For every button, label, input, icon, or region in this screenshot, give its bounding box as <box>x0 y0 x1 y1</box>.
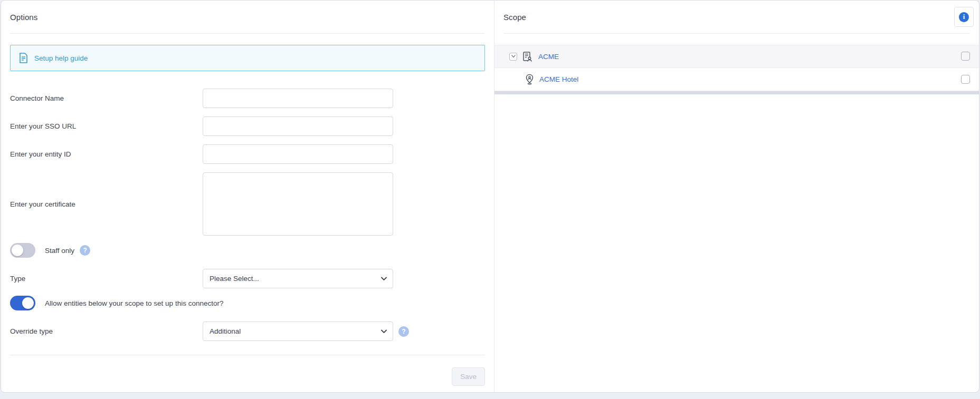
sso-url-row: Enter your SSO URL <box>10 116 485 136</box>
certificate-textarea[interactable] <box>203 172 393 236</box>
override-type-select[interactable]: Additional <box>203 322 393 341</box>
staff-only-toggle[interactable] <box>10 243 35 258</box>
tree-link-acme-hotel[interactable]: ACME Hotel <box>539 75 578 83</box>
location-pin-icon <box>525 74 534 85</box>
options-header: Options <box>1 1 494 33</box>
save-button[interactable]: Save <box>452 367 485 386</box>
tree-row-acme: ACME <box>494 45 979 68</box>
tree-row-acme-hotel: ACME Hotel <box>494 68 979 91</box>
options-form: Setup help guide Connector Name Enter yo… <box>1 45 494 386</box>
toggle-knob <box>12 245 23 256</box>
tree-link-acme[interactable]: ACME <box>538 53 559 61</box>
tree-checkbox-acme[interactable] <box>961 52 970 61</box>
scope-header: Scope i <box>494 1 979 33</box>
organization-icon <box>522 51 533 62</box>
options-panel: Options Setup help guide Connector Name <box>1 1 494 392</box>
setup-help-guide-link[interactable]: Setup help guide <box>10 45 485 71</box>
sso-url-label: Enter your SSO URL <box>10 122 203 130</box>
entity-id-input[interactable] <box>203 144 393 164</box>
connector-name-input[interactable] <box>203 89 393 108</box>
scope-info-button[interactable]: i <box>954 7 974 27</box>
type-label: Type <box>10 275 203 283</box>
toggle-knob <box>22 297 34 309</box>
scope-header-divider <box>503 33 970 34</box>
connector-name-label: Connector Name <box>10 94 203 102</box>
allow-entities-row: Allow entities below your scope to set u… <box>10 295 485 311</box>
override-type-label: Override type <box>10 327 203 335</box>
save-row: Save <box>10 367 485 386</box>
certificate-row: Enter your certificate <box>10 172 485 236</box>
staff-only-row: Staff only ? <box>10 242 485 258</box>
collapse-chevron-icon[interactable] <box>509 53 517 61</box>
allow-entities-label: Allow entities below your scope to set u… <box>45 299 223 307</box>
staff-only-label: Staff only <box>45 247 74 255</box>
options-title: Options <box>10 13 37 22</box>
override-type-select-value: Additional <box>210 327 241 335</box>
horizontal-scrollbar[interactable] <box>494 91 979 94</box>
certificate-label: Enter your certificate <box>10 200 203 208</box>
scope-tree: ACME ACME Hotel <box>494 45 979 94</box>
connector-settings-card: Options Setup help guide Connector Name <box>1 0 979 393</box>
staff-only-help-icon[interactable]: ? <box>80 245 90 256</box>
connector-name-row: Connector Name <box>10 89 485 108</box>
info-icon: i <box>959 12 969 22</box>
allow-entities-toggle[interactable] <box>10 296 35 310</box>
chevron-down-icon <box>381 277 387 281</box>
options-header-divider <box>10 33 485 34</box>
override-type-row: Override type Additional ? <box>10 322 485 341</box>
setup-help-guide-label: Setup help guide <box>34 54 88 62</box>
type-row: Type Please Select... <box>10 269 485 288</box>
type-select-value: Please Select... <box>210 275 259 283</box>
sso-url-input[interactable] <box>203 116 393 136</box>
override-type-help-icon[interactable]: ? <box>398 326 409 337</box>
scope-title: Scope <box>503 13 526 22</box>
entity-id-row: Enter your entity ID <box>10 144 485 164</box>
document-icon <box>19 53 28 63</box>
entity-id-label: Enter your entity ID <box>10 150 203 158</box>
scope-panel: Scope i <box>494 1 979 392</box>
save-divider <box>10 355 485 355</box>
chevron-down-icon <box>381 329 387 334</box>
type-select[interactable]: Please Select... <box>203 269 393 288</box>
tree-checkbox-acme-hotel[interactable] <box>961 75 970 84</box>
